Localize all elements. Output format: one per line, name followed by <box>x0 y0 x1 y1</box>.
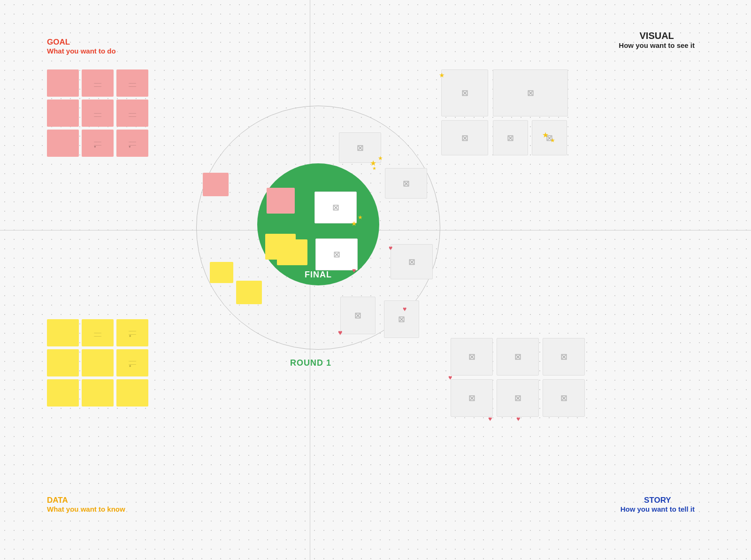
data-grid: ________ ________★ ________★ <box>47 319 148 407</box>
data-cell <box>116 379 148 407</box>
goal-cell: ________ <box>116 100 148 127</box>
data-cell <box>82 349 114 376</box>
img-card-below2: ⊠ <box>384 300 419 338</box>
story-card: ⊠ <box>543 379 585 417</box>
image-icon: ⊠ <box>461 133 468 143</box>
image-icon: ⊠ <box>332 202 339 213</box>
image-icon: ⊠ <box>403 178 410 189</box>
image-icon: ⊠ <box>408 257 415 267</box>
data-main-label: DATA <box>47 496 125 505</box>
goal-cell <box>47 130 79 157</box>
image-icon: ⊠ <box>354 310 361 321</box>
visual-label: VISUAL How you want to see it <box>619 31 695 49</box>
visual-sub-label: How you want to see it <box>619 41 695 49</box>
heart-icon: ♥ <box>403 305 406 313</box>
data-cell: ________★ <box>116 349 148 376</box>
heart-icon: ♥ <box>338 329 343 337</box>
pink-sticky-scattered <box>203 173 229 196</box>
img-card-mid-right: ⊠ <box>385 168 427 199</box>
image-icon: ⊠ <box>461 88 468 98</box>
goal-cell: ________ <box>82 100 114 127</box>
goal-cell: ________♥ <box>116 130 148 157</box>
data-cell <box>47 319 79 346</box>
image-icon: ⊠ <box>514 352 521 362</box>
visual-card-wide: ⊠ <box>493 69 568 116</box>
star-icon: ★ <box>550 137 555 144</box>
img-card-below1: ⊠ <box>340 297 376 334</box>
img-card-lower-right1: ⊠ <box>391 244 433 279</box>
heart-icon: ♥ <box>488 415 492 422</box>
story-label: STORY How you want to tell it <box>621 496 695 513</box>
goal-cell <box>47 100 79 127</box>
data-cell: ________★ <box>116 319 148 346</box>
image-icon: ⊠ <box>468 352 475 362</box>
goal-main-label: GOAL <box>47 38 116 47</box>
goal-cell <box>47 69 79 97</box>
visual-main-label: VISUAL <box>619 31 695 41</box>
image-icon: ⊠ <box>398 314 405 324</box>
heart-icon: ♥ <box>516 415 520 422</box>
data-label: DATA What you want to know <box>47 496 125 513</box>
star-icon: ★ <box>372 166 376 171</box>
goal-sub-label: What you want to do <box>47 47 116 55</box>
story-main-label: STORY <box>621 496 695 505</box>
story-card: ⊠ <box>543 338 585 376</box>
pink-sticky-center <box>267 188 295 214</box>
goal-cell: ________ <box>82 69 114 97</box>
yellow-sticky-outer2 <box>236 281 262 304</box>
star-icon: ★ <box>542 130 549 139</box>
image-icon: ⊠ <box>468 393 475 403</box>
data-cell <box>47 379 79 407</box>
goal-label: GOAL What you want to do <box>47 38 116 55</box>
data-cell: ________ <box>82 319 114 346</box>
image-icon: ⊠ <box>333 249 340 260</box>
star-icon: ★ <box>358 214 363 221</box>
round1-label: ROUND 1 <box>290 358 331 368</box>
goal-grid: ________ ________ ________ ________ ____… <box>47 69 148 157</box>
visual-card-sm1: ⊠ <box>493 120 528 155</box>
star-icon: ★ <box>378 155 383 161</box>
data-sub-label: What you want to know <box>47 505 125 513</box>
visual-card-sm2: ⊠ <box>532 120 567 155</box>
yellow-sticky-outer1 <box>210 262 233 283</box>
star-icon: ★ <box>351 220 357 227</box>
story-card: ⊠ <box>451 379 493 417</box>
story-card: ⊠ <box>497 379 539 417</box>
img-card-center-bot: ⊠ <box>315 238 358 270</box>
final-label: FINAL <box>305 270 332 280</box>
heart-icon: ♥ <box>352 267 356 274</box>
story-card: ⊠ <box>451 338 493 376</box>
canvas: FINAL ROUND 1 GOAL What you want to do V… <box>0 0 751 560</box>
image-icon: ⊠ <box>560 352 567 362</box>
story-sub-label: How you want to tell it <box>621 505 695 513</box>
image-icon: ⊠ <box>507 133 514 143</box>
image-icon: ⊠ <box>527 88 534 98</box>
data-cell <box>82 379 114 407</box>
data-cell <box>47 349 79 376</box>
goal-cell: ________ <box>116 69 148 97</box>
image-icon: ⊠ <box>514 393 521 403</box>
yellow-sticky-center2 <box>277 239 307 265</box>
visual-card-med: ⊠ <box>441 120 488 155</box>
star-icon: ★ <box>439 71 445 79</box>
image-icon: ⊠ <box>560 393 567 403</box>
img-card-center-top: ⊠ <box>314 192 357 223</box>
story-card: ⊠ <box>497 338 539 376</box>
heart-icon: ♥ <box>389 244 392 252</box>
heart-icon: ♥ <box>448 374 452 381</box>
goal-cell: ________♥ <box>82 130 114 157</box>
visual-card-large: ⊠ <box>441 69 488 116</box>
image-icon: ⊠ <box>357 143 364 153</box>
